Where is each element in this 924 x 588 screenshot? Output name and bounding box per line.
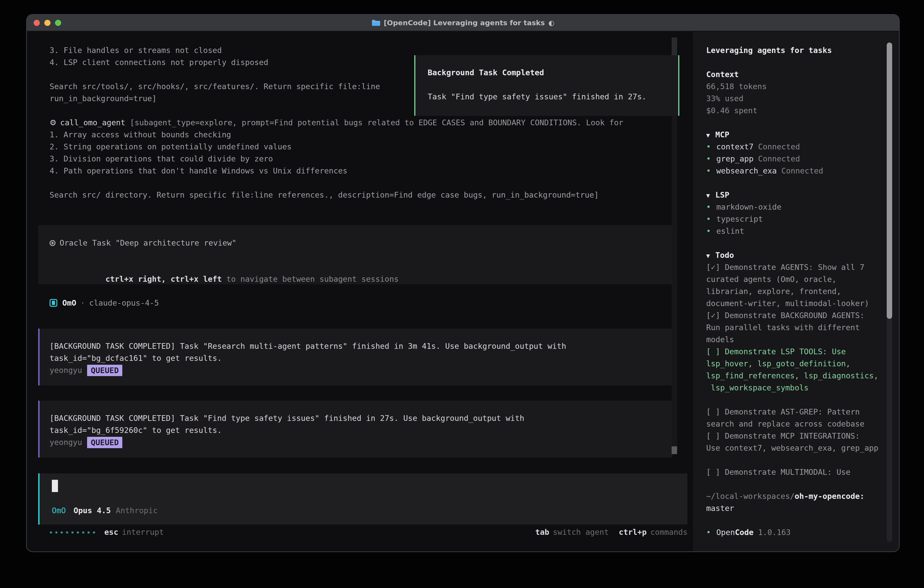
tool-call-body: 1. Array access without bounds checking2… bbox=[50, 129, 673, 201]
status-badge: QUEUED bbox=[87, 365, 122, 376]
context-used: 33% used bbox=[706, 92, 899, 105]
context-tokens: 66,518 tokens bbox=[706, 81, 899, 92]
chevron-down-icon: ▼ bbox=[706, 252, 710, 259]
chevron-down-icon: ▼ bbox=[706, 132, 710, 139]
bullet-icon: • bbox=[706, 215, 711, 223]
oracle-task-title: Oracle Task "Deep architecture review" bbox=[59, 237, 236, 249]
bullet-icon: • bbox=[706, 226, 711, 236]
model-provider-label: Anthropic bbox=[116, 506, 158, 515]
bullet-icon: • bbox=[706, 166, 711, 175]
sidebar-scrollbar-thumb[interactable] bbox=[887, 43, 892, 319]
background-task-message[interactable]: [BACKGROUND TASK COMPLETED] Task "Resear… bbox=[38, 329, 673, 385]
workspace-path: ~/local-workspaces/oh-my-opencode: bbox=[706, 490, 899, 502]
window-title: [OpenCode] Leveraging agents for tasks bbox=[384, 19, 545, 27]
task-message-line: [BACKGROUND TASK COMPLETED] Task "Find t… bbox=[50, 412, 673, 424]
mcp-item: •websearch_exaConnected bbox=[706, 165, 899, 177]
tab-key-hint: tab bbox=[535, 527, 549, 537]
user-name: yeongyu bbox=[50, 436, 82, 448]
sidebar-scrollbar-track[interactable] bbox=[887, 43, 892, 542]
maximize-window-button[interactable] bbox=[55, 20, 61, 26]
task-message-line: task_id="bg_dcfac161" to get results. bbox=[50, 352, 673, 364]
minimize-window-button[interactable] bbox=[45, 20, 51, 26]
ctrl-p-key-hint: ctrl+p bbox=[619, 527, 647, 537]
busy-spinner-icon: ▪▪▪▪▪▪▪▪▪ bbox=[50, 529, 98, 535]
mcp-item: •context7Connected bbox=[706, 141, 899, 153]
tool-args: [subagent_type=explore, prompt=Find pote… bbox=[125, 117, 623, 129]
todo-section-header[interactable]: ▼Todo bbox=[706, 249, 899, 261]
notification-body: Task "Find type safety issues" finished … bbox=[428, 91, 678, 103]
bullet-icon: • bbox=[706, 526, 711, 538]
task-message-line: task_id="bg_6f59260c" to get results. bbox=[50, 424, 673, 436]
window-titlebar[interactable]: [OpenCode] Leveraging agents for tasks ◐ bbox=[27, 15, 899, 31]
lsp-section-header[interactable]: ▼LSP bbox=[706, 189, 899, 201]
window-title-group: [OpenCode] Leveraging agents for tasks ◐ bbox=[371, 19, 554, 27]
session-title: Leveraging agents for tasks bbox=[706, 45, 899, 56]
esc-key-hint: esc bbox=[104, 527, 118, 537]
tool-name: call_omo_agent bbox=[60, 117, 125, 129]
terminal-window: [OpenCode] Leveraging agents for tasks ◐… bbox=[26, 14, 900, 552]
separator-dot: · bbox=[80, 298, 85, 307]
app-version-line: •OpenCode1.0.163 bbox=[706, 526, 899, 538]
status-bar: ▪▪▪▪▪▪▪▪▪ esc interrupt tab switch agent… bbox=[50, 526, 688, 538]
todo-item: [✓] Demonstrate AGENTS: Show all 7curate… bbox=[706, 261, 899, 309]
agent-session-header[interactable]: OmO · claude-opus-4-5 bbox=[38, 297, 673, 309]
text-cursor bbox=[52, 480, 58, 492]
bullet-icon: • bbox=[706, 142, 711, 151]
agent-model: claude-opus-4-5 bbox=[89, 298, 159, 307]
switch-agent-label: switch agent bbox=[553, 527, 609, 537]
todo-item: [ ] Demonstrate MCP INTEGRATIONS:Use con… bbox=[706, 430, 899, 454]
shortcut-keys: ctrl+x right, ctrl+x left bbox=[106, 274, 222, 284]
lsp-item: •typescript bbox=[706, 213, 899, 225]
app-content: 3. File handles or streams not closed4. … bbox=[27, 31, 899, 552]
agent-icon bbox=[50, 299, 57, 307]
model-selector[interactable]: OmO Opus 4.5 Anthropic bbox=[52, 506, 158, 515]
active-agent-label: OmO bbox=[52, 506, 66, 515]
prompt-input[interactable]: OmO Opus 4.5 Anthropic bbox=[38, 473, 687, 525]
context-spent: $0.46 spent bbox=[706, 105, 899, 117]
traffic-lights bbox=[34, 15, 61, 31]
gear-icon: ⚙ bbox=[50, 117, 56, 129]
lsp-item: •markdown-oxide bbox=[706, 201, 899, 213]
chevron-down-icon: ▼ bbox=[706, 192, 710, 199]
active-model-label: Opus 4.5 bbox=[73, 506, 111, 515]
bullet-icon: • bbox=[706, 202, 711, 211]
toast-notification[interactable]: Background Task Completed Task "Find typ… bbox=[414, 55, 679, 116]
oracle-task-card[interactable]: Oracle Task "Deep architecture review" c… bbox=[38, 225, 673, 284]
notification-title: Background Task Completed bbox=[428, 67, 678, 79]
agent-name: OmO bbox=[62, 298, 76, 307]
chat-scrollbar-thumb[interactable] bbox=[672, 446, 677, 454]
workspace-branch: master bbox=[706, 502, 899, 514]
todo-item: [ ] Demonstrate AST-GREP: Patternsearch … bbox=[706, 406, 899, 430]
bullet-icon: • bbox=[706, 154, 711, 163]
context-heading: Context bbox=[706, 68, 899, 81]
close-window-button[interactable] bbox=[34, 20, 40, 26]
session-busy-icon: ◐ bbox=[548, 19, 554, 27]
background-task-message[interactable]: [BACKGROUND TASK COMPLETED] Task "Find t… bbox=[38, 401, 673, 458]
mcp-section-header[interactable]: ▼MCP bbox=[706, 129, 899, 141]
status-badge: QUEUED bbox=[87, 437, 122, 448]
record-icon bbox=[50, 240, 56, 246]
session-sidebar: Leveraging agents for tasks Context 66,5… bbox=[693, 31, 899, 552]
todo-item: [ ] Demonstrate LSP TOOLS: Uselsp_hover,… bbox=[706, 345, 899, 394]
lsp-item: •eslint bbox=[706, 225, 899, 237]
task-message-line: [BACKGROUND TASK COMPLETED] Task "Resear… bbox=[50, 340, 673, 352]
tool-call-message[interactable]: ⚙call_omo_agent [subagent_type=explore, … bbox=[38, 117, 673, 201]
todo-item: [ ] Demonstrate MULTIMODAL: Use bbox=[706, 466, 899, 478]
folder-icon bbox=[371, 19, 380, 26]
shortcut-help-text: to navigate between subagent sessions bbox=[222, 274, 399, 284]
mcp-item: •grep_appConnected bbox=[706, 153, 899, 165]
todo-item: [✓] Demonstrate BACKGROUND AGENTS:Run pa… bbox=[706, 309, 899, 345]
interrupt-label: interrupt bbox=[122, 527, 164, 537]
commands-label: commands bbox=[650, 527, 688, 537]
chat-pane: 3. File handles or streams not closed4. … bbox=[27, 31, 693, 552]
user-name: yeongyu bbox=[50, 364, 82, 376]
